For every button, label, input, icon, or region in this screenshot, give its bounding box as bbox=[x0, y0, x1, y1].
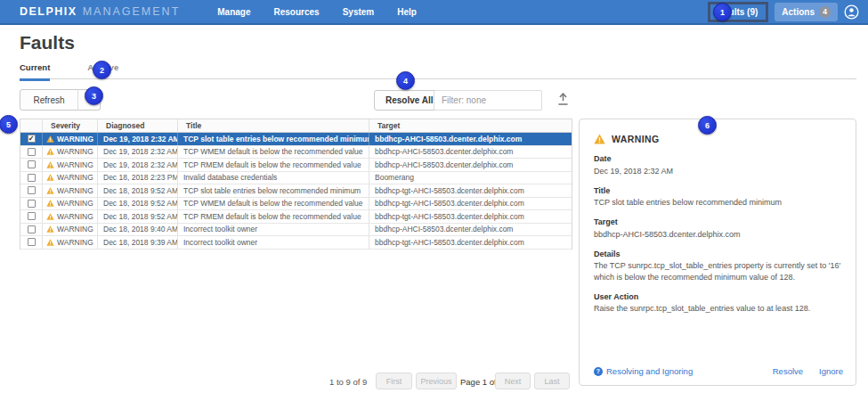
row-checkbox[interactable] bbox=[28, 174, 36, 182]
top-navigation-bar: DELPHIX MANAGEMENT Manage Resources Syst… bbox=[0, 0, 868, 25]
resolve-link[interactable]: Resolve bbox=[773, 366, 803, 376]
header-checkbox-cell bbox=[20, 119, 43, 132]
previous-page-button[interactable]: Previous bbox=[416, 373, 457, 389]
title-cell: TCP slot table entries below recommended… bbox=[178, 184, 369, 197]
target-cell: bbdhcp-tgt-AHCI-58503.dcenter.delphix.co… bbox=[369, 184, 572, 197]
warning-icon bbox=[46, 239, 54, 246]
filter-input[interactable] bbox=[434, 90, 542, 111]
next-page-button[interactable]: Next bbox=[495, 373, 531, 389]
diagnosed-cell: Dec 19, 2018 2:32 AM bbox=[98, 146, 178, 159]
title-cell: TCP RMEM default is below the recommende… bbox=[178, 210, 369, 223]
row-checkbox[interactable] bbox=[28, 225, 36, 233]
footer-actions: Resolve Ignore bbox=[773, 366, 843, 376]
severity-label: WARNING bbox=[57, 199, 93, 208]
delphix-logo: DELPHIX MANAGEMENT bbox=[20, 5, 180, 18]
severity-cell: WARNING bbox=[43, 133, 98, 145]
table-row[interactable]: WARNING Dec 19, 2018 2:32 AM TCP RMEM de… bbox=[20, 159, 572, 172]
annotation-5: 5 bbox=[0, 115, 18, 134]
target-value: bbdhcp-AHCI-58503.dcenter.delphix.com bbox=[594, 229, 841, 240]
table-row[interactable]: WARNING Dec 18, 2018 9:52 AM TCP slot ta… bbox=[20, 184, 572, 198]
ignore-link[interactable]: Ignore bbox=[819, 366, 843, 376]
menu-system[interactable]: System bbox=[343, 7, 375, 17]
warning-icon bbox=[46, 187, 54, 194]
pagination-range: 1 to 9 of 9 bbox=[329, 377, 367, 387]
title-label: Title bbox=[594, 186, 841, 195]
target-label: Target bbox=[594, 217, 841, 226]
menu-manage[interactable]: Manage bbox=[217, 7, 250, 17]
target-cell: bbdhcp-tgt-AHCI-58503.dcenter.delphix.co… bbox=[369, 198, 572, 210]
table-row[interactable]: WARNING Dec 19, 2018 2:32 AM TCP slot ta… bbox=[20, 133, 572, 146]
title-cell: TCP WMEM default is below the recommende… bbox=[178, 198, 369, 210]
row-checkbox[interactable] bbox=[28, 148, 36, 156]
diagnosed-cell: Dec 18, 2018 9:52 AM bbox=[98, 184, 178, 197]
target-cell: bbdhcp-AHCI-58503.dcenter.delphix.com bbox=[369, 159, 572, 171]
warning-icon bbox=[594, 134, 605, 144]
actions-button[interactable]: Actions 4 bbox=[775, 3, 838, 21]
annotation-1: 1 bbox=[713, 3, 732, 21]
tab-divider bbox=[20, 78, 856, 79]
details-details-section: Details The TCP sunrpc.tcp_slot_table_en… bbox=[594, 250, 841, 282]
row-checkbox[interactable] bbox=[28, 200, 36, 208]
table-row[interactable]: WARNING Dec 18, 2018 9:40 AM Incorrect t… bbox=[20, 224, 572, 237]
diagnosed-cell: Dec 18, 2018 9:39 AM bbox=[98, 236, 178, 249]
last-page-button[interactable]: Last bbox=[534, 373, 570, 389]
header-title[interactable]: Title bbox=[178, 119, 369, 132]
menu-help[interactable]: Help bbox=[397, 7, 417, 17]
row-checkbox[interactable] bbox=[28, 160, 36, 168]
annotation-6: 6 bbox=[698, 116, 717, 135]
row-checkbox[interactable] bbox=[28, 135, 36, 143]
tab-current[interactable]: Current bbox=[20, 62, 50, 81]
title-cell: TCP slot table entries below recommended… bbox=[178, 133, 369, 145]
details-severity-label: WARNING bbox=[612, 134, 660, 144]
severity-cell: WARNING bbox=[43, 184, 98, 197]
resolving-and-ignoring-link[interactable]: ? Resolving and Ignoring bbox=[594, 366, 693, 376]
table-row[interactable]: WARNING Dec 18, 2018 9:39 AM Incorrect t… bbox=[20, 236, 572, 250]
diagnosed-cell: Dec 18, 2018 9:40 AM bbox=[98, 224, 178, 236]
target-cell: bbdhcp-tgt-AHCI-58503.dcenter.delphix.co… bbox=[369, 236, 572, 249]
warning-icon bbox=[46, 225, 54, 233]
title-cell: TCP WMEM default is below the recommende… bbox=[178, 146, 369, 159]
row-checkbox[interactable] bbox=[28, 186, 36, 194]
details-value: The TCP sunrpc.tcp_slot_table_entries pr… bbox=[594, 260, 841, 282]
refresh-button[interactable]: Refresh bbox=[20, 89, 78, 111]
severity-label: WARNING bbox=[57, 238, 93, 247]
menu-resources[interactable]: Resources bbox=[274, 7, 320, 17]
severity-label: WARNING bbox=[57, 212, 93, 221]
export-icon[interactable] bbox=[556, 92, 571, 107]
severity-label: WARNING bbox=[57, 173, 93, 182]
help-question-icon: ? bbox=[594, 367, 603, 376]
details-severity-header: WARNING bbox=[594, 134, 841, 144]
target-cell: bbdhcp-tgt-AHCI-58503.dcenter.delphix.co… bbox=[369, 210, 572, 223]
diagnosed-cell: Dec 18, 2018 2:23 PM bbox=[98, 172, 178, 184]
row-checkbox[interactable] bbox=[28, 238, 36, 246]
title-cell: TCP RMEM default is below the recommende… bbox=[178, 159, 369, 171]
table-row[interactable]: WARNING Dec 18, 2018 9:52 AM TCP WMEM de… bbox=[20, 198, 572, 211]
table-row[interactable]: WARNING Dec 18, 2018 2:23 PM Invalid dat… bbox=[20, 172, 572, 185]
fault-rows: WARNING Dec 19, 2018 2:32 AM TCP slot ta… bbox=[20, 133, 572, 250]
title-value: TCP slot table entries below recommended… bbox=[594, 197, 841, 208]
help-link-label: Resolving and Ignoring bbox=[606, 366, 693, 376]
date-label: Date bbox=[594, 154, 841, 163]
diagnosed-cell: Dec 18, 2018 9:52 AM bbox=[98, 198, 178, 210]
severity-label: WARNING bbox=[57, 225, 93, 233]
severity-cell: WARNING bbox=[43, 172, 98, 184]
row-checkbox-cell bbox=[20, 210, 43, 223]
target-cell: bbdhcp-AHCI-58503.dcenter.delphix.com bbox=[369, 224, 572, 236]
row-checkbox-cell bbox=[20, 146, 43, 159]
brand-suffix: MANAGEMENT bbox=[83, 5, 181, 18]
date-value: Dec 19, 2018 2:32 AM bbox=[594, 166, 841, 176]
severity-label: WARNING bbox=[57, 160, 93, 169]
first-page-button[interactable]: First bbox=[376, 373, 412, 389]
page-title: Faults bbox=[20, 32, 75, 53]
actions-count-badge: 4 bbox=[819, 6, 831, 18]
header-severity[interactable]: Severity bbox=[43, 119, 98, 132]
severity-label: WARNING bbox=[57, 186, 93, 195]
header-diagnosed[interactable]: Diagnosed bbox=[98, 119, 178, 132]
title-cell: Invalid database credentials bbox=[178, 172, 369, 184]
brand-name: DELPHIX bbox=[20, 5, 77, 18]
header-target[interactable]: Target bbox=[369, 119, 572, 132]
table-row[interactable]: WARNING Dec 18, 2018 9:52 AM TCP RMEM de… bbox=[20, 210, 572, 224]
user-profile-icon[interactable] bbox=[844, 4, 859, 20]
table-row[interactable]: WARNING Dec 19, 2018 2:32 AM TCP WMEM de… bbox=[20, 146, 572, 160]
row-checkbox[interactable] bbox=[28, 212, 36, 220]
